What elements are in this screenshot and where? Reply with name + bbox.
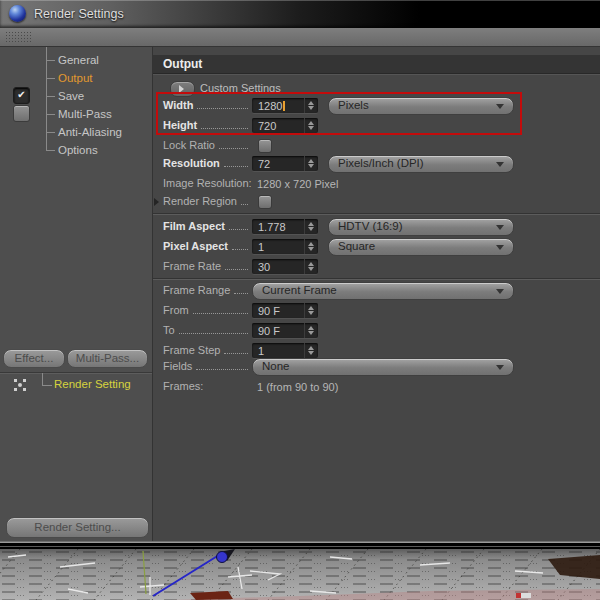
- sidebar-item-general[interactable]: General: [46, 51, 150, 69]
- grip-dots-icon[interactable]: [5, 31, 31, 42]
- sidebar-item-options[interactable]: Options: [46, 141, 150, 159]
- viewport-3d[interactable]: [0, 549, 600, 600]
- frames-label: Frames:: [163, 378, 203, 394]
- save-enabled-checkbox[interactable]: ✔: [13, 87, 30, 104]
- height-spinner[interactable]: [304, 118, 318, 133]
- panel-header: Output: [153, 55, 600, 74]
- fields-dropdown[interactable]: None: [252, 358, 514, 376]
- dock-grip-bar[interactable]: [0, 28, 600, 47]
- effect-button[interactable]: Effect...: [3, 349, 65, 368]
- frame-rate-label: Frame Rate: [163, 258, 221, 274]
- blue-axis-knob: [217, 552, 228, 563]
- frame-step-spinner[interactable]: [304, 343, 318, 358]
- chevron-down-icon: [496, 289, 504, 294]
- dotted-leader: [179, 324, 248, 334]
- title-bar[interactable]: Render Settings: [0, 0, 600, 28]
- to-row: To 90 F: [153, 322, 600, 340]
- width-row: Width 1280 Pixels: [153, 97, 600, 115]
- sidebar-item-output[interactable]: Output: [46, 69, 150, 87]
- expander-triangle-icon[interactable]: [154, 198, 159, 206]
- spin-down-icon: [308, 247, 314, 251]
- width-input[interactable]: 1280: [252, 98, 318, 113]
- resolution-spinner[interactable]: [304, 156, 318, 171]
- render-settings-window: Render Settings ✔ General Output Save Mu…: [0, 0, 600, 600]
- dotted-leader: [241, 195, 248, 205]
- panel-header-title: Output: [163, 57, 202, 71]
- lock-ratio-label: Lock Ratio: [163, 137, 215, 153]
- text-cursor: [283, 101, 285, 111]
- sidebar-item-multi-pass[interactable]: Multi-Pass: [46, 105, 150, 123]
- sidebar-item-save[interactable]: Save: [46, 87, 150, 105]
- multipass-enabled-checkbox[interactable]: [13, 105, 30, 122]
- resolution-label: Resolution: [163, 155, 220, 171]
- pixel-aspect-input[interactable]: 1: [252, 239, 318, 254]
- film-aspect-spinner[interactable]: [304, 219, 318, 234]
- lock-ratio-checkbox[interactable]: [258, 139, 272, 153]
- render-target-icon: [14, 379, 26, 391]
- fields-label: Fields: [163, 358, 192, 374]
- spin-down-icon: [308, 331, 314, 335]
- spin-up-icon: [308, 121, 314, 125]
- resolution-unit-dropdown[interactable]: Pixels/Inch (DPI): [328, 155, 514, 173]
- custom-settings-row: Custom Settings: [153, 79, 600, 97]
- sidebar-item-anti-aliasing[interactable]: Anti-Aliasing: [46, 123, 150, 141]
- window-bottom-edge: [0, 542, 600, 549]
- width-unit-dropdown[interactable]: Pixels: [328, 97, 514, 115]
- pixel-aspect-dropdown[interactable]: Square: [328, 238, 514, 256]
- from-spinner[interactable]: [304, 303, 318, 318]
- frame-range-dropdown[interactable]: Current Frame: [252, 282, 514, 300]
- fields-row: Fields None: [153, 358, 600, 376]
- resolution-input[interactable]: 72: [252, 156, 318, 171]
- height-input[interactable]: 720: [252, 118, 318, 133]
- frame-step-input[interactable]: 1: [252, 343, 318, 358]
- film-aspect-label: Film Aspect: [163, 218, 225, 234]
- spin-down-icon: [308, 126, 314, 130]
- dotted-leader: [196, 360, 248, 370]
- dotted-leader: [197, 99, 248, 109]
- spin-up-icon: [308, 306, 314, 310]
- window-title: Render Settings: [34, 7, 124, 21]
- spin-up-icon: [308, 242, 314, 246]
- multi-pass-button[interactable]: Multi-Pass...: [67, 349, 148, 368]
- chevron-down-icon: [496, 225, 504, 230]
- width-spinner[interactable]: [304, 98, 318, 113]
- custom-settings-arrow-button[interactable]: [170, 81, 195, 97]
- chevron-down-icon: [496, 245, 504, 250]
- frame-rate-input[interactable]: 30: [252, 259, 318, 274]
- frame-range-row: Frame Range Current Frame: [153, 282, 600, 300]
- dotted-leader: [225, 260, 248, 270]
- render-setting-item[interactable]: Render Setting: [54, 378, 131, 390]
- spin-down-icon: [308, 164, 314, 168]
- render-setting-button[interactable]: Render Setting...: [6, 517, 149, 538]
- app-sphere-icon: [9, 5, 26, 22]
- frame-rate-spinner[interactable]: [304, 259, 318, 274]
- film-aspect-input[interactable]: 1.778: [252, 219, 318, 234]
- film-aspect-row: Film Aspect 1.778 HDTV (16:9): [153, 218, 600, 236]
- spin-up-icon: [308, 346, 314, 350]
- frame-range-label: Frame Range: [163, 282, 230, 298]
- from-row: From 90 F: [153, 302, 600, 320]
- dotted-leader: [224, 157, 248, 167]
- image-resolution-value: 1280 x 720 Pixel: [257, 176, 338, 192]
- settings-tree: General Output Save Multi-Pass Anti-Alia…: [46, 51, 150, 159]
- settings-sidebar: ✔ General Output Save Multi-Pass Anti-Al…: [0, 47, 153, 541]
- dotted-leader: [229, 220, 248, 230]
- frame-step-label: Frame Step: [163, 342, 220, 358]
- lock-ratio-row: Lock Ratio: [153, 137, 600, 155]
- resolution-row: Resolution 72 Pixels/Inch (DPI): [153, 155, 600, 173]
- to-spinner[interactable]: [304, 323, 318, 338]
- to-input[interactable]: 90 F: [252, 323, 318, 338]
- chevron-down-icon: [496, 365, 504, 370]
- dialog-body: ✔ General Output Save Multi-Pass Anti-Al…: [0, 47, 600, 542]
- dotted-leader: [201, 119, 248, 129]
- render-region-checkbox[interactable]: [258, 195, 272, 209]
- to-label: To: [163, 322, 175, 338]
- frames-row: Frames: 1 (from 90 to 90): [153, 378, 600, 396]
- spin-down-icon: [308, 311, 314, 315]
- pixel-aspect-spinner[interactable]: [304, 239, 318, 254]
- output-settings-panel: Output Custom Settings Width 1280 Pixels: [153, 47, 600, 541]
- film-aspect-dropdown[interactable]: HDTV (16:9): [328, 218, 514, 236]
- pixel-aspect-label: Pixel Aspect: [163, 238, 228, 254]
- spin-up-icon: [308, 326, 314, 330]
- from-input[interactable]: 90 F: [252, 303, 318, 318]
